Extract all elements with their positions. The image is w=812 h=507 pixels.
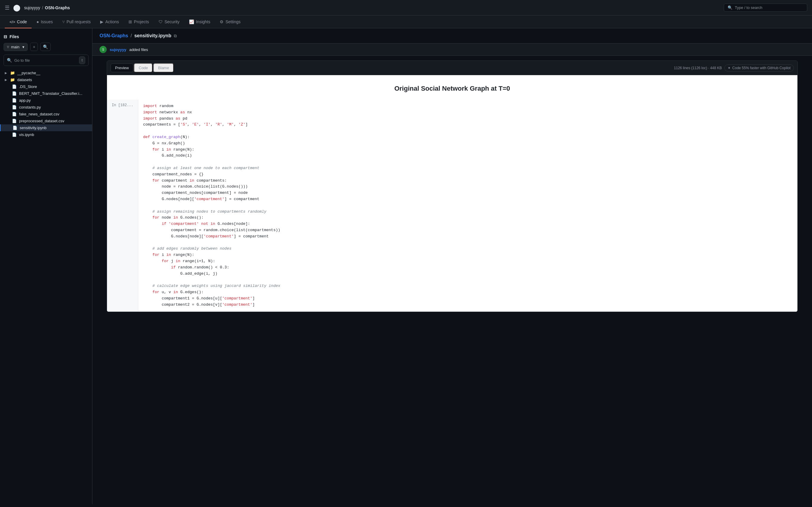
commit-author[interactable]: sujoyyyy [110,47,126,52]
sidebar-header: ⊟ Files [0,32,92,43]
copy-path-button[interactable]: ⧉ [174,34,177,39]
file-search-container: 🔍 t [0,55,92,69]
insights-icon: 📈 [189,19,194,24]
search-placeholder-text: Type / to search [735,5,762,10]
chevron-down-icon: ▾ [22,45,24,49]
add-branch-button[interactable]: + [30,43,38,51]
tree-item-ds-store[interactable]: 📄 .DS_Store [0,83,92,90]
breadcrumb-separator: / [42,5,43,10]
file-tree: ▶ 📁 __pycache__ ▶ 📁 datasets 📄 .DS_Store… [0,69,92,138]
tab-projects[interactable]: ⊞ Projects [124,16,154,28]
sidebar-title: ⊟ Files [4,34,19,39]
file-icon: 📄 [12,125,17,130]
notebook-title: Original Social Network Graph at T=0 [107,75,797,100]
tab-security[interactable]: 🛡 Security [154,16,185,28]
tree-item-datasets[interactable]: ▶ 📁 datasets [0,76,92,83]
tab-code-view[interactable]: Code [134,63,152,72]
branch-icon: ⑂ [7,45,9,49]
pr-icon: ⑂ [62,19,65,24]
notebook-cell: In [182... import random import networkx… [107,100,797,312]
file-icon: 📄 [12,91,17,96]
avatar: S [100,46,107,53]
file-header-separator: / [131,33,132,39]
main-layout: ⊟ Files ⑂ main ▾ + 🔍 🔍 t ▶ 📁 [0,28,812,504]
tab-settings[interactable]: ⚙ Settings [215,16,245,28]
tab-pull-requests[interactable]: ⑂ Pull requests [58,16,96,28]
branch-selector[interactable]: ⑂ main ▾ [4,43,28,51]
tab-blame[interactable]: Blame [153,63,174,72]
global-search[interactable]: 🔍 Type / to search [724,4,807,12]
tab-insights[interactable]: 📈 Insights [184,16,215,28]
breadcrumb: sujoyyyy / OSN-Graphs [24,5,70,10]
issues-icon: ● [37,19,39,24]
file-icon: 📄 [12,112,17,116]
tab-preview[interactable]: Preview [111,63,133,72]
panel-icon: ⊟ [4,34,7,39]
tree-item-app[interactable]: 📄 app.py [0,97,92,104]
tab-actions[interactable]: ▶ Actions [96,16,124,28]
file-view-container: Preview Code Blame 1126 lines (1126 loc)… [92,56,812,312]
folder-icon: 📁 [10,71,15,75]
file-header-filename: sensitivity.ipynb [134,33,171,39]
file-tabs: Preview Code Blame 1126 lines (1126 loc)… [107,61,797,75]
search-icon: 🔍 [728,5,733,10]
file-sidebar: ⊟ Files ⑂ main ▾ + 🔍 🔍 t ▶ 📁 [0,28,92,504]
go-to-file-shortcut: t [79,56,85,64]
lines-info: 1126 lines (1126 loc) · 448 KB [674,66,722,70]
commit-message: added files [129,47,148,52]
cell-code: import random import networkx as nx impo… [138,100,797,312]
copilot-badge[interactable]: ✦ Code 55% faster with GitHub Copilot [724,64,794,71]
tab-issues[interactable]: ● Issues [32,16,58,28]
copilot-icon: ✦ [728,66,731,70]
github-logo[interactable]: ⬤ [13,4,20,12]
branch-controls: ⑂ main ▾ + 🔍 [0,43,92,55]
folder-icon: 📁 [10,77,15,82]
notebook-content: Original Social Network Graph at T=0 In … [107,75,797,312]
tree-item-preprocessed[interactable]: 📄 preprocessed_dataset.csv [0,117,92,124]
security-icon: 🛡 [159,19,163,24]
nav-tabs: </> Code ● Issues ⑂ Pull requests ▶ Acti… [0,15,812,28]
chevron-right-icon: ▶ [5,78,7,81]
actions-icon: ▶ [100,19,104,24]
file-icon: 📄 [12,132,17,137]
tree-item-constants[interactable]: 📄 constants.py [0,104,92,111]
commit-bar: S sujoyyyy added files [92,43,812,56]
search-files-input[interactable] [14,58,77,63]
file-icon: 📄 [12,84,17,89]
tree-item-sensitivity[interactable]: 📄 sensitivity.ipynb [0,124,92,131]
file-header: OSN-Graphs / sensitivity.ipynb ⧉ [92,28,812,43]
user-link[interactable]: sujoyyyy [24,5,40,10]
file-icon: 📄 [12,105,17,109]
file-view: Preview Code Blame 1126 lines (1126 loc)… [107,61,798,312]
file-icon: 📄 [12,119,17,123]
code-icon: </> [9,20,15,24]
tree-item-vis[interactable]: 📄 vis.ipynb [0,131,92,138]
cell-label: In [182... [107,100,138,312]
file-icon: 📄 [12,98,17,103]
main-content: OSN-Graphs / sensitivity.ipynb ⧉ S sujoy… [92,28,812,504]
file-header-repo-link[interactable]: OSN-Graphs [100,33,128,39]
repo-link[interactable]: OSN-Graphs [45,5,70,10]
topbar: ☰ ⬤ sujoyyyy / OSN-Graphs 🔍 Type / to se… [0,0,812,15]
projects-icon: ⊞ [128,19,132,24]
file-meta: 1126 lines (1126 loc) · 448 KB ✦ Code 55… [674,64,794,71]
search-files-icon: 🔍 [7,58,12,63]
tree-item-pycache[interactable]: ▶ 📁 __pycache__ [0,69,92,76]
hamburger-menu[interactable]: ☰ [5,4,9,11]
chevron-right-icon: ▶ [5,71,7,74]
tab-code[interactable]: </> Code [5,16,32,28]
settings-icon: ⚙ [220,19,224,24]
file-search[interactable]: 🔍 t [4,55,88,66]
tree-item-fake-news[interactable]: 📄 fake_news_dataset.csv [0,111,92,117]
search-branch-button[interactable]: 🔍 [40,43,51,51]
tree-item-bert[interactable]: 📄 BERT_NMT_Translator_Classifier.i... [0,90,92,97]
